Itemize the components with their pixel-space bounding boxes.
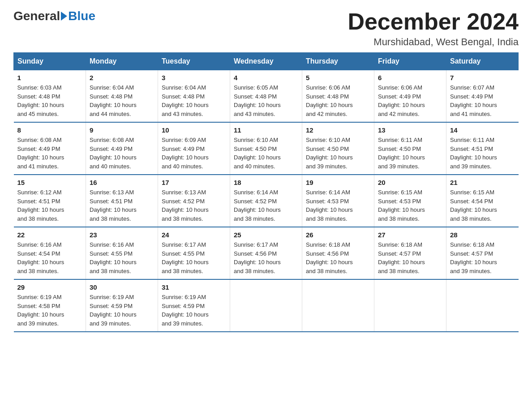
day-info: Sunrise: 6:09 AMSunset: 4:49 PMDaylight:… (162, 137, 209, 170)
week-row-3: 15Sunrise: 6:12 AMSunset: 4:51 PMDayligh… (14, 175, 519, 227)
day-info: Sunrise: 6:05 AMSunset: 4:48 PMDaylight:… (234, 84, 281, 117)
day-number: 7 (450, 74, 515, 81)
day-number: 31 (162, 283, 226, 291)
day-info: Sunrise: 6:13 AMSunset: 4:52 PMDaylight:… (162, 189, 209, 222)
day-info: Sunrise: 6:16 AMSunset: 4:55 PMDaylight:… (90, 241, 137, 274)
day-cell: 27Sunrise: 6:18 AMSunset: 4:57 PMDayligh… (374, 227, 446, 279)
day-number: 15 (17, 179, 82, 186)
day-number: 19 (306, 179, 370, 186)
week-row-4: 22Sunrise: 6:16 AMSunset: 4:54 PMDayligh… (14, 227, 519, 279)
day-cell: 6Sunrise: 6:06 AMSunset: 4:49 PMDaylight… (374, 70, 446, 123)
day-cell: 20Sunrise: 6:15 AMSunset: 4:53 PMDayligh… (374, 175, 446, 227)
day-cell: 5Sunrise: 6:06 AMSunset: 4:48 PMDaylight… (302, 70, 374, 123)
day-number: 23 (90, 231, 154, 239)
logo-blue-text: Blue (68, 9, 95, 23)
day-cell: 29Sunrise: 6:19 AMSunset: 4:58 PMDayligh… (14, 279, 86, 332)
day-info: Sunrise: 6:18 AMSunset: 4:56 PMDaylight:… (306, 241, 353, 274)
day-cell: 23Sunrise: 6:16 AMSunset: 4:55 PMDayligh… (86, 227, 158, 279)
logo-arrow-icon (61, 12, 67, 21)
title-area: December 2024 Murshidabad, West Bengal, … (348, 9, 519, 48)
day-cell: 28Sunrise: 6:18 AMSunset: 4:57 PMDayligh… (446, 227, 519, 279)
day-header-sunday: Sunday (14, 53, 86, 70)
day-info: Sunrise: 6:19 AMSunset: 4:58 PMDaylight:… (17, 294, 64, 327)
day-cell (446, 279, 519, 332)
day-cell: 2Sunrise: 6:04 AMSunset: 4:48 PMDaylight… (86, 70, 158, 123)
day-header-saturday: Saturday (446, 53, 519, 70)
day-number: 9 (90, 126, 154, 134)
day-info: Sunrise: 6:15 AMSunset: 4:54 PMDaylight:… (450, 189, 497, 222)
week-row-5: 29Sunrise: 6:19 AMSunset: 4:58 PMDayligh… (14, 279, 519, 332)
day-info: Sunrise: 6:14 AMSunset: 4:52 PMDaylight:… (234, 189, 281, 222)
day-number: 12 (306, 126, 370, 134)
calendar-table: SundayMondayTuesdayWednesdayThursdayFrid… (13, 52, 519, 332)
day-cell: 11Sunrise: 6:10 AMSunset: 4:50 PMDayligh… (230, 122, 302, 175)
day-number: 13 (378, 126, 442, 134)
day-cell: 15Sunrise: 6:12 AMSunset: 4:51 PMDayligh… (14, 175, 86, 227)
day-number: 4 (234, 74, 298, 81)
day-number: 16 (90, 179, 154, 186)
day-cell: 1Sunrise: 6:03 AMSunset: 4:48 PMDaylight… (14, 70, 86, 123)
day-number: 30 (90, 283, 154, 291)
day-number: 29 (17, 283, 82, 291)
day-number: 25 (234, 231, 298, 239)
day-cell: 8Sunrise: 6:08 AMSunset: 4:49 PMDaylight… (14, 122, 86, 175)
day-number: 11 (234, 126, 298, 134)
day-header-friday: Friday (374, 53, 446, 70)
day-info: Sunrise: 6:08 AMSunset: 4:49 PMDaylight:… (90, 137, 137, 170)
day-cell: 14Sunrise: 6:11 AMSunset: 4:51 PMDayligh… (446, 122, 519, 175)
day-number: 21 (450, 179, 515, 186)
day-cell: 19Sunrise: 6:14 AMSunset: 4:53 PMDayligh… (302, 175, 374, 227)
day-info: Sunrise: 6:08 AMSunset: 4:49 PMDaylight:… (17, 137, 64, 170)
day-cell: 7Sunrise: 6:07 AMSunset: 4:49 PMDaylight… (446, 70, 519, 123)
day-info: Sunrise: 6:04 AMSunset: 4:48 PMDaylight:… (162, 84, 209, 117)
day-cell: 12Sunrise: 6:10 AMSunset: 4:50 PMDayligh… (302, 122, 374, 175)
day-info: Sunrise: 6:17 AMSunset: 4:55 PMDaylight:… (162, 241, 209, 274)
day-number: 5 (306, 74, 370, 81)
day-cell: 30Sunrise: 6:19 AMSunset: 4:59 PMDayligh… (86, 279, 158, 332)
header: General Blue December 2024 Murshidabad, … (13, 9, 519, 48)
day-info: Sunrise: 6:10 AMSunset: 4:50 PMDaylight:… (234, 137, 281, 170)
day-number: 10 (162, 126, 226, 134)
logo-general-text: General (13, 9, 60, 23)
day-number: 8 (17, 126, 82, 134)
day-info: Sunrise: 6:06 AMSunset: 4:49 PMDaylight:… (378, 84, 425, 117)
day-info: Sunrise: 6:18 AMSunset: 4:57 PMDaylight:… (450, 241, 497, 274)
day-info: Sunrise: 6:19 AMSunset: 4:59 PMDaylight:… (162, 294, 209, 327)
day-cell: 26Sunrise: 6:18 AMSunset: 4:56 PMDayligh… (302, 227, 374, 279)
day-info: Sunrise: 6:11 AMSunset: 4:50 PMDaylight:… (378, 137, 425, 170)
day-number: 3 (162, 74, 226, 81)
day-header-thursday: Thursday (302, 53, 374, 70)
day-number: 6 (378, 74, 442, 81)
day-number: 2 (90, 74, 154, 81)
day-cell: 13Sunrise: 6:11 AMSunset: 4:50 PMDayligh… (374, 122, 446, 175)
day-header-tuesday: Tuesday (158, 53, 230, 70)
day-cell (230, 279, 302, 332)
day-cell (302, 279, 374, 332)
page-title: December 2024 (348, 9, 519, 34)
day-number: 17 (162, 179, 226, 186)
page-subtitle: Murshidabad, West Bengal, India (348, 36, 519, 48)
day-cell: 10Sunrise: 6:09 AMSunset: 4:49 PMDayligh… (158, 122, 230, 175)
day-cell: 4Sunrise: 6:05 AMSunset: 4:48 PMDaylight… (230, 70, 302, 123)
day-number: 14 (450, 126, 515, 134)
day-info: Sunrise: 6:06 AMSunset: 4:48 PMDaylight:… (306, 84, 353, 117)
day-number: 27 (378, 231, 442, 239)
week-row-2: 8Sunrise: 6:08 AMSunset: 4:49 PMDaylight… (14, 122, 519, 175)
logo: General Blue (13, 9, 95, 23)
day-info: Sunrise: 6:14 AMSunset: 4:53 PMDaylight:… (306, 189, 353, 222)
day-info: Sunrise: 6:17 AMSunset: 4:56 PMDaylight:… (234, 241, 281, 274)
day-number: 26 (306, 231, 370, 239)
day-info: Sunrise: 6:19 AMSunset: 4:59 PMDaylight:… (90, 294, 137, 327)
day-cell (374, 279, 446, 332)
day-info: Sunrise: 6:16 AMSunset: 4:54 PMDaylight:… (17, 241, 64, 274)
day-number: 28 (450, 231, 515, 239)
day-number: 20 (378, 179, 442, 186)
day-info: Sunrise: 6:10 AMSunset: 4:50 PMDaylight:… (306, 137, 353, 170)
day-info: Sunrise: 6:04 AMSunset: 4:48 PMDaylight:… (90, 84, 137, 117)
day-cell: 3Sunrise: 6:04 AMSunset: 4:48 PMDaylight… (158, 70, 230, 123)
calendar-header-row: SundayMondayTuesdayWednesdayThursdayFrid… (14, 53, 519, 70)
day-info: Sunrise: 6:07 AMSunset: 4:49 PMDaylight:… (450, 84, 497, 117)
day-number: 22 (17, 231, 82, 239)
day-cell: 18Sunrise: 6:14 AMSunset: 4:52 PMDayligh… (230, 175, 302, 227)
day-info: Sunrise: 6:12 AMSunset: 4:51 PMDaylight:… (17, 189, 64, 222)
